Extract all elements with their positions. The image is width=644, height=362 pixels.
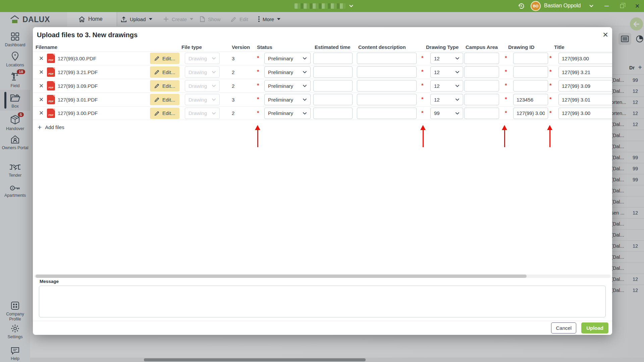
required-asterisk: * [421,82,425,89]
edit-button[interactable]: Edit... [150,53,179,64]
version-text: 2 [232,110,234,116]
remove-file-icon[interactable]: ✕ [39,96,44,103]
content-description-input[interactable] [357,53,417,64]
required-asterisk: * [549,82,553,89]
annotation-arrow-title [547,125,552,147]
modal-footer: Cancel Upload [33,321,612,335]
add-files-button[interactable]: + Add files [38,124,64,131]
annotation-arrow-status [255,125,260,147]
drawing-type-select[interactable]: 12 [430,94,463,105]
drawing-type-select[interactable]: 12 [430,66,463,78]
upload-files-modal: Upload files to 3. New drawings ✕ Filena… [33,27,612,335]
user-name[interactable]: Bastian Oppold [544,3,581,9]
chevron-down-icon [455,71,460,73]
edit-button[interactable]: Edit... [150,66,179,78]
remove-file-icon[interactable]: ✕ [39,55,44,62]
user-chevron-down-icon[interactable] [589,4,594,7]
edit-button[interactable]: Edit... [150,108,179,119]
edit-button[interactable]: Edit... [150,94,179,105]
column-header-status: Status [257,44,313,50]
estimated-time-input[interactable] [313,80,353,92]
title-input[interactable] [558,66,612,78]
required-asterisk: * [549,69,553,75]
pdf-file-icon: PDF [47,81,55,90]
edit-button[interactable]: Edit... [150,80,179,92]
remove-file-icon[interactable]: ✕ [39,82,44,89]
upload-files-table: Filename File type Version Status Estima… [33,43,612,120]
required-asterisk: * [505,96,508,103]
pdf-file-icon: PDF [47,67,55,77]
chevron-down-icon [303,98,307,101]
drawing-type-select[interactable]: 99 [430,108,463,119]
window-minimize-button[interactable] [599,0,614,12]
title-input[interactable] [558,108,612,119]
required-asterisk: * [549,55,553,62]
content-description-input[interactable] [357,94,417,105]
title-input[interactable] [558,80,612,92]
pencil-icon [154,97,160,102]
campus-area-input[interactable] [464,66,499,78]
chevron-down-icon [455,57,460,60]
chevron-down-icon [455,84,460,87]
status-select[interactable]: Preliminary [264,94,311,105]
pdf-file-icon: PDF [47,54,55,63]
estimated-time-input[interactable] [313,94,353,105]
window-titlebar: BO Bastian Oppold ✕ [0,0,644,12]
chevron-down-icon [212,112,216,115]
status-select[interactable]: Preliminary [264,66,311,78]
message-label: Message [40,279,59,284]
drawing-type-select[interactable]: 12 [430,53,463,64]
required-asterisk: * [257,96,260,103]
cancel-button[interactable]: Cancel [551,322,576,334]
status-select[interactable]: Preliminary [264,53,311,64]
window-close-button[interactable]: ✕ [630,0,644,12]
project-name-redacted[interactable] [294,3,345,9]
filename-text: 127(99) 3.21.PDF [58,69,98,75]
modal-close-icon[interactable]: ✕ [600,30,610,40]
content-description-input[interactable] [357,108,417,119]
drawing-id-input[interactable] [513,108,548,119]
avatar[interactable]: BO [531,1,541,11]
remove-file-icon[interactable]: ✕ [39,69,44,76]
content-description-input[interactable] [357,66,417,78]
file-type-select: Drawing [185,94,220,105]
status-select[interactable]: Preliminary [264,80,311,92]
table-header-row: Filename File type Version Status Estima… [33,43,612,51]
column-header-drawing-id: Drawing ID [503,44,549,50]
required-asterisk: * [505,110,508,117]
message-textarea[interactable] [39,286,606,317]
drawing-id-input[interactable] [513,53,548,64]
title-input[interactable] [558,53,612,64]
version-text: 3 [232,56,234,61]
file-type-select: Drawing [185,80,220,92]
content-description-input[interactable] [357,80,417,92]
drawing-id-input[interactable] [513,94,548,105]
pdf-file-icon: PDF [47,109,55,118]
campus-area-input[interactable] [464,53,499,64]
filename-text: 127(99) 3.09.PDF [58,83,98,89]
drawing-type-select[interactable]: 12 [430,80,463,92]
campus-area-input[interactable] [464,108,499,119]
required-asterisk: * [257,69,260,75]
drawing-id-input[interactable] [513,66,548,78]
modal-scrollbar-thumb[interactable] [36,275,527,278]
campus-area-input[interactable] [464,80,499,92]
title-input[interactable] [558,94,612,105]
upload-button[interactable]: Upload [581,322,608,334]
estimated-time-input[interactable] [313,108,353,119]
chevron-down-icon [212,57,216,60]
window-restore-button[interactable] [614,0,629,12]
required-asterisk: * [421,110,425,117]
filename-text: 127(99) 3.01.PDF [58,97,98,103]
estimated-time-input[interactable] [313,66,353,78]
drawing-id-input[interactable] [513,80,548,92]
remove-file-icon[interactable]: ✕ [39,110,44,117]
estimated-time-input[interactable] [313,53,353,64]
status-select[interactable]: Preliminary [264,108,311,119]
campus-area-input[interactable] [464,94,499,105]
app-window: BO Bastian Oppold ✕ DALUX Home Upload Cr… [0,0,644,362]
required-asterisk: * [549,96,553,103]
project-chevron-down-icon[interactable] [349,4,354,7]
history-icon[interactable] [518,2,525,10]
chevron-down-icon [455,98,460,101]
